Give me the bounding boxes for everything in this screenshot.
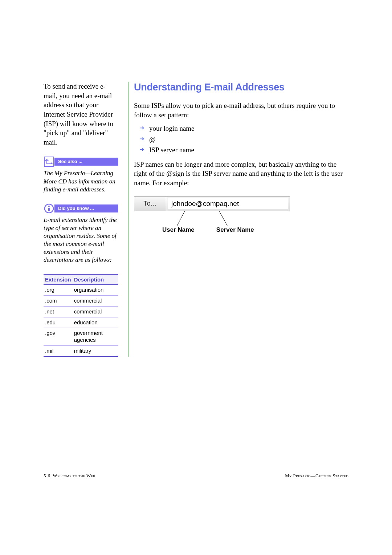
bullet-item: ISP server name	[140, 145, 348, 155]
extension-table: Extension Description .orgorganisation .…	[44, 274, 118, 356]
did-you-know-body: E-mail extensions identify the type of s…	[44, 216, 118, 264]
bullet-item: your login name	[140, 123, 348, 134]
body-paragraph: ISP names can be longer and more complex…	[134, 160, 348, 188]
th-extension: Extension	[44, 275, 73, 285]
bullet-list: your login name @ ISP server name	[140, 123, 348, 155]
info-icon	[44, 203, 54, 214]
did-you-know-label: Did you know ...	[54, 204, 118, 212]
table-row: .comcommercial	[44, 296, 118, 307]
did-you-know-header: Did you know ...	[44, 204, 118, 213]
table-row: .milmilitary	[44, 345, 118, 356]
to-button[interactable]: To...	[134, 197, 166, 211]
svg-rect-0	[44, 157, 54, 166]
footer-left: 5-6 Welcome to the Web	[44, 473, 95, 479]
page-heading: Understanding E-mail Addresses	[134, 82, 348, 93]
see-also-header: See also ...	[44, 157, 118, 166]
bullet-item: @	[140, 134, 348, 145]
to-address[interactable]: johndoe@compaq.net	[168, 198, 288, 209]
svg-line-5	[219, 211, 228, 226]
table-row: .govgovernment agencies	[44, 328, 118, 346]
svg-point-2	[48, 206, 50, 207]
svg-line-4	[177, 211, 185, 226]
page-footer: 5-6 Welcome to the Web My Presario—Getti…	[44, 473, 348, 479]
table-row: .orgorganisation	[44, 285, 118, 296]
page-content: To send and receive e-mail, you need an …	[44, 82, 348, 357]
intro-text: To send and receive e-mail, you need an …	[44, 82, 118, 147]
table-row: .edueducation	[44, 317, 118, 328]
diagram-lines-icon	[134, 210, 290, 228]
see-also-label: See also ...	[54, 158, 118, 166]
table-row: .netcommercial	[44, 306, 118, 317]
to-field-row: To... johndoe@compaq.net	[134, 197, 290, 211]
footer-right: My Presario—Getting Started	[285, 473, 348, 479]
see-also-body: The My Presario—Learning More CD has inf…	[44, 169, 118, 193]
see-also-icon	[44, 156, 54, 167]
th-description: Description	[73, 275, 118, 285]
email-diagram: To... johndoe@compaq.net User Name Serve…	[134, 197, 290, 240]
svg-rect-3	[48, 208, 50, 211]
body-paragraph: Some ISPs allow you to pick an e-mail ad…	[134, 101, 348, 119]
sidebar: To send and receive e-mail, you need an …	[44, 82, 118, 357]
main-column: Understanding E-mail Addresses Some ISPs…	[128, 82, 348, 357]
